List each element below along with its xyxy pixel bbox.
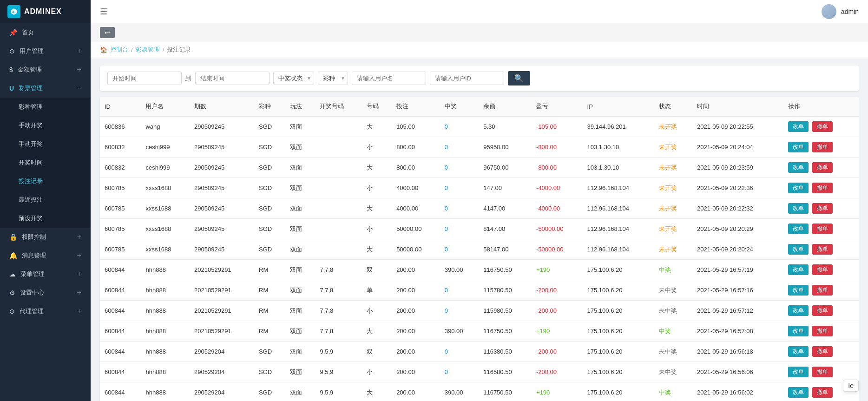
hamburger-menu[interactable]: ☰ bbox=[100, 7, 107, 17]
col-yingkui: 盈亏 bbox=[532, 97, 583, 117]
delete-button[interactable]: 撤单 bbox=[812, 142, 833, 152]
sidebar-item-users[interactable]: ⊙ 用户管理 + bbox=[0, 42, 91, 60]
delete-button[interactable]: 撤单 bbox=[812, 224, 833, 234]
cell-touzhu: 800.00 bbox=[392, 158, 440, 178]
cell-wanfa: 双面 bbox=[285, 260, 315, 280]
finance-expand-icon: + bbox=[77, 66, 81, 74]
edit-button[interactable]: 改单 bbox=[788, 367, 809, 377]
cell-yingkui: -50000.00 bbox=[532, 239, 583, 260]
sidebar-item-draw-time[interactable]: 开奖时间 bbox=[0, 153, 91, 172]
sidebar-item-lottery[interactable]: U 彩票管理 − bbox=[0, 79, 91, 98]
delete-button[interactable]: 撤单 bbox=[812, 387, 833, 398]
delete-button[interactable]: 撤单 bbox=[812, 264, 833, 275]
edit-button[interactable]: 改单 bbox=[788, 285, 809, 296]
col-wanfa: 玩法 bbox=[285, 97, 315, 117]
cell-username: hhh888 bbox=[141, 382, 190, 401]
cell-zhongjianag: 0 bbox=[440, 362, 479, 382]
cell-time: 2021-05-29 16:57:08 bbox=[692, 321, 783, 342]
cell-yue: 116750.50 bbox=[479, 260, 532, 280]
sidebar-item-lottery-type[interactable]: 彩种管理 bbox=[0, 98, 91, 116]
cell-kaijianghm: 9,5,9 bbox=[315, 362, 362, 382]
table-row: 600785 xxss1688 290509245 SGD 双面 大 4000.… bbox=[100, 198, 859, 219]
edit-button[interactable]: 改单 bbox=[788, 346, 809, 357]
sidebar-item-bet-records[interactable]: 投注记录 bbox=[0, 172, 91, 191]
edit-button[interactable]: 改单 bbox=[788, 162, 809, 173]
delete-button[interactable]: 撤单 bbox=[812, 203, 833, 214]
menu-expand-icon: + bbox=[77, 270, 81, 278]
delete-button[interactable]: 撤单 bbox=[812, 183, 833, 193]
breadcrumb-home[interactable]: 控制台 bbox=[110, 46, 128, 54]
cell-action: 改单 撤单 bbox=[783, 239, 859, 260]
cell-wanfa: 双面 bbox=[285, 342, 315, 362]
delete-button[interactable]: 撤单 bbox=[812, 346, 833, 357]
top-header: ☰ admin bbox=[91, 0, 868, 23]
edit-button[interactable]: 改单 bbox=[788, 224, 809, 234]
sidebar-label-users: 用户管理 bbox=[20, 47, 77, 55]
username-input[interactable] bbox=[352, 72, 426, 85]
cell-caizhong: SGD bbox=[254, 382, 285, 401]
edit-button[interactable]: 改单 bbox=[788, 121, 809, 132]
cell-time: 2021-05-09 20:24:04 bbox=[692, 137, 783, 158]
sidebar-item-menu[interactable]: ☁ 菜单管理 + bbox=[0, 265, 91, 283]
sidebar-item-recent-bets[interactable]: 最近投注 bbox=[0, 191, 91, 209]
avatar-image bbox=[822, 4, 836, 19]
search-button[interactable]: 🔍 bbox=[508, 71, 530, 85]
sidebar-item-manual-draw2[interactable]: 手动开奖 bbox=[0, 135, 91, 153]
sidebar-item-agent[interactable]: ⊙ 代理管理 + bbox=[0, 302, 91, 321]
logo-icon: A bbox=[7, 5, 20, 18]
avatar bbox=[822, 4, 836, 19]
breadcrumb-parent[interactable]: 彩票管理 bbox=[136, 46, 160, 54]
sidebar-item-settings[interactable]: ⚙ 设置中心 + bbox=[0, 283, 91, 302]
lock-icon: 🔒 bbox=[9, 233, 17, 241]
delete-button[interactable]: 撤单 bbox=[812, 162, 833, 173]
delete-button[interactable]: 撤单 bbox=[812, 305, 833, 316]
cell-wanfa: 双面 bbox=[285, 362, 315, 382]
delete-button[interactable]: 撤单 bbox=[812, 121, 833, 132]
edit-button[interactable]: 改单 bbox=[788, 305, 809, 316]
start-time-input[interactable] bbox=[107, 72, 182, 85]
lottery-select[interactable]: 彩种 SGD RM bbox=[318, 72, 348, 85]
edit-button[interactable]: 改单 bbox=[788, 387, 809, 398]
end-time-input[interactable] bbox=[195, 72, 270, 85]
username-label: admin bbox=[841, 8, 859, 15]
cell-yue: 115780.50 bbox=[479, 280, 532, 301]
cell-caizhong: RM bbox=[254, 280, 285, 301]
edit-button[interactable]: 改单 bbox=[788, 244, 809, 255]
col-haoma: 号码 bbox=[362, 97, 392, 117]
back-button[interactable]: ↩ bbox=[100, 27, 115, 38]
edit-button[interactable]: 改单 bbox=[788, 203, 809, 214]
sidebar-item-preset-draw[interactable]: 预设开奖 bbox=[0, 209, 91, 228]
cell-touzhu: 200.00 bbox=[392, 342, 440, 362]
cell-username: xxss1688 bbox=[141, 219, 190, 239]
status-select[interactable]: 中奖状态 未开奖 中奖 未中奖 bbox=[273, 72, 314, 85]
cell-zhongjianag: 0 bbox=[440, 301, 479, 321]
sidebar-item-manual-draw1[interactable]: 手动开奖 bbox=[0, 116, 91, 135]
sidebar-item-home[interactable]: 📌 首页 bbox=[0, 23, 91, 42]
pagination-badge[interactable]: Ie bbox=[843, 380, 859, 392]
sidebar-item-messages[interactable]: 🔔 消息管理 + bbox=[0, 246, 91, 265]
edit-button[interactable]: 改单 bbox=[788, 264, 809, 275]
col-caizhong: 彩种 bbox=[254, 97, 285, 117]
cell-status: 未开奖 bbox=[654, 158, 692, 178]
col-action: 操作 bbox=[783, 97, 859, 117]
lottery-collapse-icon: − bbox=[77, 84, 81, 92]
delete-button[interactable]: 撤单 bbox=[812, 285, 833, 296]
logo-text: ADMINEX bbox=[24, 7, 62, 16]
cell-yue: 116380.50 bbox=[479, 342, 532, 362]
cell-id: 600844 bbox=[100, 260, 141, 280]
sidebar-item-finance[interactable]: $ 金额管理 + bbox=[0, 60, 91, 79]
permissions-expand-icon: + bbox=[77, 233, 81, 241]
cell-caizhong: SGD bbox=[254, 239, 285, 260]
userid-input[interactable] bbox=[430, 72, 504, 85]
delete-button[interactable]: 撤单 bbox=[812, 367, 833, 377]
delete-button[interactable]: 撤单 bbox=[812, 244, 833, 255]
sidebar-label-manual-draw1: 手动开奖 bbox=[19, 121, 81, 130]
edit-button[interactable]: 改单 bbox=[788, 326, 809, 336]
cell-yingkui: +190 bbox=[532, 382, 583, 401]
edit-button[interactable]: 改单 bbox=[788, 142, 809, 152]
delete-button[interactable]: 撤单 bbox=[812, 326, 833, 336]
sidebar-item-permissions[interactable]: 🔒 权限控制 + bbox=[0, 228, 91, 246]
cell-kaijianghm: 7,7,8 bbox=[315, 321, 362, 342]
cell-time: 2021-05-09 20:23:59 bbox=[692, 158, 783, 178]
edit-button[interactable]: 改单 bbox=[788, 183, 809, 193]
